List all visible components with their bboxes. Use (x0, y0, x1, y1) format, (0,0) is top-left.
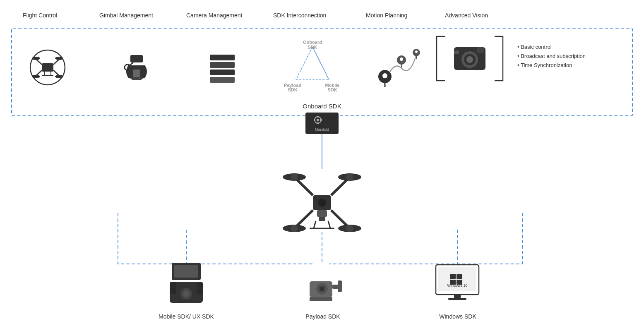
label-gimbal-management: Gimbal Management (99, 12, 153, 19)
svg-rect-53 (314, 119, 315, 121)
svg-line-61 (295, 210, 313, 228)
svg-line-62 (331, 210, 349, 228)
label-advanced-vision: Advanced Vision (445, 12, 488, 19)
svg-point-65 (283, 225, 306, 232)
label-payload-sdk: Payload SDK (296, 313, 350, 320)
svg-rect-38 (454, 47, 485, 70)
svg-text:• Time Synchronization: • Time Synchronization (517, 62, 572, 68)
svg-rect-54 (320, 119, 322, 121)
svg-text:Onboard: Onboard (303, 40, 322, 45)
svg-text:Manifold: Manifold (315, 127, 329, 132)
svg-point-10 (55, 75, 63, 78)
svg-text:Windows 10: Windows 10 (447, 283, 467, 288)
svg-rect-43 (454, 50, 459, 54)
svg-line-3 (36, 59, 42, 65)
svg-rect-20 (210, 62, 235, 68)
svg-rect-92 (310, 297, 332, 301)
svg-point-35 (400, 58, 403, 61)
label-sdk-interconnection: SDK Interconnection (273, 12, 326, 19)
svg-rect-42 (477, 47, 484, 53)
svg-rect-79 (172, 263, 201, 280)
svg-rect-96 (457, 274, 462, 279)
svg-rect-17 (132, 77, 142, 80)
svg-point-1 (30, 50, 65, 85)
svg-rect-95 (450, 274, 456, 279)
svg-point-70 (346, 225, 353, 232)
label-flight-control: Flight Control (23, 12, 57, 19)
svg-point-58 (318, 199, 326, 207)
svg-line-23 (296, 47, 312, 80)
svg-point-39 (461, 51, 478, 68)
svg-rect-21 (210, 70, 235, 75)
svg-point-64 (338, 173, 361, 181)
svg-rect-91 (338, 280, 342, 292)
svg-text:SDK: SDK (308, 45, 317, 50)
svg-rect-52 (317, 122, 319, 124)
svg-rect-22 (210, 77, 235, 83)
svg-line-60 (331, 178, 349, 195)
svg-point-67 (291, 173, 298, 181)
svg-rect-94 (438, 267, 476, 291)
svg-line-5 (36, 70, 42, 76)
svg-rect-2 (42, 63, 53, 72)
svg-rect-48 (305, 113, 339, 134)
svg-rect-57 (313, 195, 331, 210)
svg-point-83 (183, 290, 190, 297)
svg-rect-14 (130, 55, 143, 62)
label-motion-planning: Motion Planning (366, 12, 407, 19)
svg-line-59 (295, 178, 313, 195)
svg-rect-71 (317, 210, 327, 217)
svg-point-63 (283, 173, 306, 181)
svg-point-36 (413, 49, 420, 56)
svg-text:SDK: SDK (288, 87, 297, 92)
svg-point-8 (55, 57, 63, 60)
svg-rect-101 (448, 298, 466, 300)
svg-rect-86 (310, 281, 332, 297)
svg-rect-19 (210, 55, 235, 60)
svg-rect-90 (332, 285, 341, 289)
svg-text:• Basic control: • Basic control (517, 44, 552, 50)
svg-point-88 (319, 285, 325, 292)
svg-rect-80 (174, 265, 198, 278)
svg-line-6 (53, 70, 59, 76)
svg-rect-72 (319, 217, 325, 221)
svg-point-34 (397, 55, 406, 65)
svg-text:Mobile: Mobile (325, 83, 340, 88)
label-mobile-sdk: Mobile SDK/ UX SDK (157, 313, 215, 320)
svg-rect-51 (317, 116, 319, 117)
svg-rect-97 (450, 280, 456, 285)
svg-point-37 (415, 50, 418, 53)
svg-point-7 (32, 57, 40, 60)
svg-point-66 (338, 225, 361, 232)
svg-point-89 (320, 287, 324, 291)
svg-line-74 (328, 221, 330, 228)
svg-point-40 (464, 54, 476, 65)
svg-point-87 (316, 283, 328, 295)
label-windows-sdk: Windows SDK (433, 313, 483, 320)
svg-text:Onboard SDK: Onboard SDK (303, 103, 341, 110)
svg-text:SDK: SDK (327, 87, 337, 92)
svg-rect-100 (454, 295, 461, 298)
svg-text:• Broadcast and subscription: • Broadcast and subscription (517, 53, 586, 59)
svg-point-32 (378, 70, 392, 83)
svg-line-24 (312, 47, 329, 80)
svg-point-50 (317, 119, 319, 121)
svg-point-49 (315, 117, 321, 123)
svg-text:Payload: Payload (284, 83, 301, 88)
svg-rect-16 (133, 70, 140, 78)
label-camera-management: Camera Management (186, 12, 242, 19)
svg-point-15 (125, 65, 130, 70)
svg-point-9 (32, 75, 40, 78)
svg-rect-0 (12, 28, 632, 116)
svg-line-4 (53, 59, 59, 65)
diagram-container: Onboard SDK Payload SDK Mobile SDK (0, 0, 644, 326)
svg-point-68 (346, 173, 353, 181)
svg-point-69 (291, 225, 298, 232)
svg-point-41 (466, 56, 473, 63)
svg-rect-93 (436, 265, 479, 295)
svg-rect-84 (170, 282, 176, 294)
svg-point-33 (382, 73, 387, 78)
svg-rect-98 (457, 280, 462, 285)
svg-point-82 (180, 288, 192, 300)
svg-line-73 (314, 221, 316, 228)
